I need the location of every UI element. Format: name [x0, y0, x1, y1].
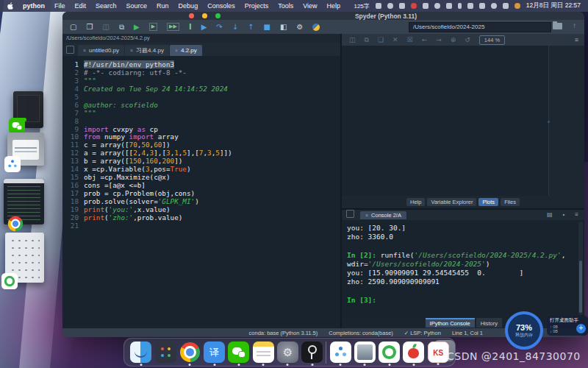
- paste-icon[interactable]: ▤: [547, 211, 553, 218]
- window-preview-chrome[interactable]: [4, 179, 44, 224]
- tab-ipython-console[interactable]: IPython Console: [426, 318, 475, 328]
- pane-tab-variable-explorer[interactable]: Variable Explorer: [427, 198, 476, 206]
- save-plot-icon[interactable]: ◫: [349, 36, 356, 43]
- menu-item-debug[interactable]: Debug: [179, 2, 198, 10]
- zoom-in-icon[interactable]: ⊕: [451, 36, 456, 43]
- title-bar[interactable]: Spyder (Python 3.11): [62, 12, 584, 20]
- save-all-icon[interactable]: ⧉: [119, 24, 124, 31]
- menu-item-edit[interactable]: Edit: [75, 2, 87, 10]
- cloud-icon[interactable]: [434, 3, 440, 9]
- display-recording-icon[interactable]: [514, 3, 520, 9]
- menu-item-view[interactable]: View: [303, 2, 317, 10]
- step-out-icon[interactable]: ↑: [248, 24, 254, 31]
- console-options-icon[interactable]: ≡: [575, 211, 578, 218]
- working-directory-input[interactable]: /Users/scofieldo/2024-2025: [409, 22, 551, 32]
- run-selection-icon[interactable]: Ι: [189, 24, 192, 31]
- preferences-icon[interactable]: ⚙: [296, 24, 303, 31]
- tab-untitled0-py[interactable]: ×untitled0.py: [78, 45, 124, 56]
- dock-wechat-icon[interactable]: [228, 342, 249, 363]
- menu-item-search[interactable]: Search: [96, 2, 117, 10]
- save-all-plots-icon[interactable]: ⧉: [365, 36, 369, 44]
- browse-tabs-button[interactable]: [66, 46, 74, 54]
- menu-item-projects[interactable]: Projects: [245, 2, 269, 10]
- tab-4-4-py[interactable]: ×习题4.4.py: [125, 45, 169, 56]
- dock-apple-red-icon[interactable]: [403, 342, 424, 363]
- menu-item-help[interactable]: Help: [327, 2, 341, 10]
- window-preview-netdisk[interactable]: [7, 132, 44, 166]
- screen-record-icon[interactable]: [411, 3, 417, 9]
- stage-manager-icon[interactable]: [446, 3, 452, 9]
- dock-notes-icon[interactable]: [253, 342, 274, 363]
- plots-options-icon[interactable]: ≡: [575, 36, 578, 43]
- code-editor[interactable]: 1#!/usr/bin/env python32# -*- codiarng: …: [62, 56, 340, 328]
- window-preview-security[interactable]: [5, 233, 44, 283]
- desktop-assistant-panel[interactable]: 打开桌面助手 ↑ 0B ↓ 0B +: [547, 316, 588, 336]
- previous-plot-icon[interactable]: ←: [422, 36, 428, 43]
- run-cell-advance-icon[interactable]: ▶▶: [167, 23, 179, 31]
- close-icon[interactable]: ×: [175, 48, 178, 53]
- input-method-indicator[interactable]: 125字: [354, 2, 369, 10]
- memory-cleaner-ball[interactable]: 73% 释放内存: [505, 311, 543, 350]
- plot-thumbnails-strip[interactable]: [548, 46, 584, 196]
- battery-icon[interactable]: [467, 3, 473, 9]
- open-file-icon[interactable]: ❐: [86, 24, 93, 31]
- options-dot-icon[interactable]: •: [563, 211, 565, 218]
- app-shapes-icon[interactable]: [423, 3, 429, 9]
- maximize-pane-icon[interactable]: ◧: [280, 24, 287, 31]
- minimize-window-button[interactable]: [202, 13, 207, 18]
- plot-zoom-level[interactable]: 144 %: [479, 35, 505, 45]
- menu-item-run[interactable]: Run: [157, 2, 169, 10]
- python-env-icon[interactable]: [312, 24, 320, 31]
- run-icon[interactable]: ▶: [134, 24, 140, 31]
- apple-menu-icon[interactable]: [7, 2, 14, 10]
- console-scrollbar[interactable]: [578, 222, 583, 315]
- debug-file-icon[interactable]: ▶: [201, 24, 207, 31]
- keyboard-icon[interactable]: [399, 3, 405, 9]
- close-icon[interactable]: ×: [130, 48, 133, 53]
- menu-item-consoles[interactable]: Consoles: [207, 2, 235, 10]
- browse-tabs-button[interactable]: [346, 210, 354, 218]
- tab-4-2-py[interactable]: ×4.2.py: [170, 45, 202, 56]
- menu-item-tools[interactable]: Tools: [278, 2, 293, 10]
- dock-netdisk-icon[interactable]: [330, 342, 351, 363]
- step-into-icon[interactable]: ↓: [232, 24, 238, 31]
- new-file-icon[interactable]: ▢: [70, 24, 76, 31]
- remove-plot-icon[interactable]: ✕: [392, 36, 398, 43]
- run-cell-icon[interactable]: ▶: [149, 23, 157, 31]
- dock-ks-icon[interactable]: KS: [428, 342, 449, 363]
- plot-canvas[interactable]: [342, 46, 584, 196]
- dock-preview-icon[interactable]: [354, 342, 376, 363]
- console-output[interactable]: you: [20. 30.]zho: 3360.0In [2]: runfile…: [342, 220, 584, 317]
- menu-item-python[interactable]: python: [23, 2, 45, 10]
- copy-plot-icon[interactable]: ❏: [378, 36, 384, 43]
- bluetooth-icon[interactable]: [458, 3, 462, 9]
- next-plot-icon[interactable]: →: [436, 36, 442, 43]
- pane-tab-help[interactable]: Help: [406, 198, 425, 206]
- pane-tab-plots[interactable]: Plots: [478, 198, 498, 206]
- microphone-icon[interactable]: [387, 3, 393, 9]
- splitter-handle[interactable]: [548, 121, 550, 123]
- tab-history[interactable]: History: [476, 318, 502, 328]
- step-over-icon[interactable]: ↷: [216, 24, 222, 31]
- stop-icon[interactable]: ■: [264, 24, 270, 31]
- close-icon[interactable]: ×: [365, 213, 368, 218]
- assistant-plus-button[interactable]: +: [576, 324, 586, 333]
- console-tab[interactable]: × Console 2/A: [360, 211, 406, 219]
- search-icon[interactable]: [491, 3, 497, 9]
- dock-security-icon[interactable]: [379, 342, 400, 363]
- control-center-icon[interactable]: [503, 3, 509, 9]
- dock-launchpad-icon[interactable]: [155, 342, 176, 363]
- menu-item-file[interactable]: File: [54, 2, 65, 10]
- browse-directory-icon[interactable]: [553, 23, 562, 29]
- wifi-icon[interactable]: [479, 3, 485, 9]
- menu-item-source[interactable]: Source: [126, 2, 148, 10]
- window-preview-wechat[interactable]: [13, 91, 43, 128]
- dock-keychain-icon[interactable]: [301, 342, 323, 363]
- close-window-button[interactable]: [189, 13, 194, 18]
- dock-chrome-icon[interactable]: [179, 342, 201, 363]
- save-icon[interactable]: ◫: [102, 24, 109, 31]
- zoom-window-button[interactable]: [215, 13, 220, 18]
- dock-translator-icon[interactable]: 译: [204, 342, 225, 363]
- input-method-icon[interactable]: [376, 3, 381, 9]
- pane-tab-files[interactable]: Files: [501, 198, 520, 206]
